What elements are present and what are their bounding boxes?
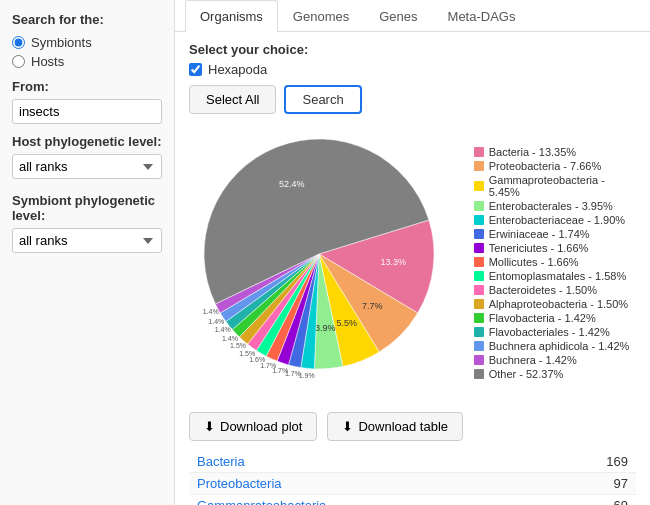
svg-text:1.4%: 1.4% — [215, 326, 231, 333]
download-plot-button[interactable]: ⬇ Download plot — [189, 412, 317, 441]
host-phylo-select[interactable]: all ranks species genus family order cla… — [12, 154, 162, 179]
host-phylo-label: Host phylogenetic level: — [12, 134, 162, 149]
legend-label: Flavobacteriales - 1.42% — [489, 326, 610, 338]
table-row: Proteobacteria 97 — [189, 473, 636, 495]
table-cell-count: 169 — [544, 451, 636, 473]
sidebar: Search for the: Symbionts Hosts From: Ho… — [0, 0, 175, 505]
choice-title: Select your choice: — [189, 42, 636, 57]
legend-item: Buchnera aphidicola - 1.42% — [474, 340, 636, 352]
table-cell-name: Proteobacteria — [189, 473, 544, 495]
legend-item: Alphaproteobacteria - 1.50% — [474, 298, 636, 310]
svg-text:1.4%: 1.4% — [222, 335, 238, 342]
table-cell-count: 69 — [544, 495, 636, 506]
legend-label: Mollicutes - 1.66% — [489, 256, 579, 268]
download-table-icon: ⬇ — [342, 419, 353, 434]
legend-dot — [474, 229, 484, 239]
tabs: Organisms Genomes Genes Meta-DAGs — [175, 0, 650, 32]
from-label: From: — [12, 79, 162, 94]
legend-item: Bacteroidetes - 1.50% — [474, 284, 636, 296]
table-cell-count: 97 — [544, 473, 636, 495]
search-for-label: Search for the: — [12, 12, 162, 27]
right-panel: Organisms Genomes Genes Meta-DAGs Select… — [175, 0, 650, 505]
table-row: Gammaproteobacteria 69 — [189, 495, 636, 506]
legend-dot — [474, 327, 484, 337]
radio-symbionts-input[interactable] — [12, 36, 25, 49]
legend-dot — [474, 285, 484, 295]
legend-item: Proteobacteria - 7.66% — [474, 160, 636, 172]
legend-label: Bacteria - 13.35% — [489, 146, 576, 158]
svg-text:3.9%: 3.9% — [315, 323, 336, 333]
svg-text:1.9%: 1.9% — [299, 372, 315, 379]
radio-hosts[interactable]: Hosts — [12, 54, 162, 69]
svg-text:1.5%: 1.5% — [239, 350, 255, 357]
from-input[interactable] — [12, 99, 162, 124]
legend-dot — [474, 355, 484, 365]
download-table-button[interactable]: ⬇ Download table — [327, 412, 463, 441]
legend-item: Enterobacteriaceae - 1.90% — [474, 214, 636, 226]
legend-item: Gammaproteobacteria - 5.45% — [474, 174, 636, 198]
legend-dot — [474, 147, 484, 157]
radio-symbionts-label: Symbionts — [31, 35, 92, 50]
tab-organisms[interactable]: Organisms — [185, 0, 278, 32]
legend-item: Erwiniaceae - 1.74% — [474, 228, 636, 240]
select-all-button[interactable]: Select All — [189, 85, 276, 114]
legend-item: Flavobacteria - 1.42% — [474, 312, 636, 324]
data-table: Bacteria 169 Proteobacteria 97 Gammaprot… — [189, 451, 636, 505]
legend-dot — [474, 215, 484, 225]
legend-label: Enterobacterales - 3.95% — [489, 200, 613, 212]
tab-meta-dags[interactable]: Meta-DAGs — [433, 0, 531, 32]
tab-genomes[interactable]: Genomes — [278, 0, 364, 32]
svg-text:1.5%: 1.5% — [230, 342, 246, 349]
content-area: Select your choice: Hexapoda Select All … — [175, 32, 650, 505]
legend-dot — [474, 201, 484, 211]
hexapoda-checkbox[interactable]: Hexapoda — [189, 62, 636, 77]
legend-item: Entomoplasmatales - 1.58% — [474, 270, 636, 282]
legend-dot — [474, 341, 484, 351]
pie-chart: 13.3%7.7%5.5%3.9%52.4%1.9%1.7%1.7%1.7%1.… — [189, 124, 464, 404]
legend-label: Entomoplasmatales - 1.58% — [489, 270, 627, 282]
legend-item: Tenericiutes - 1.66% — [474, 242, 636, 254]
legend-item: Flavobacteriales - 1.42% — [474, 326, 636, 338]
radio-group: Symbionts Hosts — [12, 35, 162, 69]
chart-area: 13.3%7.7%5.5%3.9%52.4%1.9%1.7%1.7%1.7%1.… — [189, 124, 636, 404]
legend-item: Buchnera - 1.42% — [474, 354, 636, 366]
legend-label: Erwiniaceae - 1.74% — [489, 228, 590, 240]
legend-label: Buchnera - 1.42% — [489, 354, 577, 366]
table-row: Bacteria 169 — [189, 451, 636, 473]
svg-text:1.4%: 1.4% — [203, 308, 219, 315]
legend-label: Buchnera aphidicola - 1.42% — [489, 340, 630, 352]
radio-symbionts[interactable]: Symbionts — [12, 35, 162, 50]
legend-dot — [474, 181, 484, 191]
legend-item: Bacteria - 13.35% — [474, 146, 636, 158]
search-button[interactable]: Search — [284, 85, 361, 114]
legend-dot — [474, 299, 484, 309]
tab-genes[interactable]: Genes — [364, 0, 432, 32]
legend-item: Mollicutes - 1.66% — [474, 256, 636, 268]
legend-item: Enterobacterales - 3.95% — [474, 200, 636, 212]
legend-dot — [474, 243, 484, 253]
legend-label: Flavobacteria - 1.42% — [489, 312, 596, 324]
legend-dot — [474, 257, 484, 267]
chart-legend: Bacteria - 13.35% Proteobacteria - 7.66%… — [474, 146, 636, 382]
svg-text:1.6%: 1.6% — [249, 356, 265, 363]
legend-label: Other - 52.37% — [489, 368, 564, 380]
choice-section: Select your choice: Hexapoda — [189, 42, 636, 77]
table-cell-name: Gammaproteobacteria — [189, 495, 544, 506]
legend-label: Gammaproteobacteria - 5.45% — [489, 174, 636, 198]
legend-dot — [474, 369, 484, 379]
svg-text:5.5%: 5.5% — [336, 318, 357, 328]
legend-label: Enterobacteriaceae - 1.90% — [489, 214, 625, 226]
legend-item: Other - 52.37% — [474, 368, 636, 380]
legend-dot — [474, 271, 484, 281]
svg-text:13.3%: 13.3% — [380, 257, 406, 267]
hexapoda-checkbox-input[interactable] — [189, 63, 202, 76]
button-row: Select All Search — [189, 85, 636, 114]
legend-label: Tenericiutes - 1.66% — [489, 242, 589, 254]
symbiont-phylo-select[interactable]: all ranks species genus family order cla… — [12, 228, 162, 253]
svg-text:52.4%: 52.4% — [279, 179, 305, 189]
pie-svg: 13.3%7.7%5.5%3.9%52.4%1.9%1.7%1.7%1.7%1.… — [189, 124, 449, 384]
legend-label: Proteobacteria - 7.66% — [489, 160, 602, 172]
hexapoda-label: Hexapoda — [208, 62, 267, 77]
svg-text:1.4%: 1.4% — [208, 318, 224, 325]
radio-hosts-input[interactable] — [12, 55, 25, 68]
